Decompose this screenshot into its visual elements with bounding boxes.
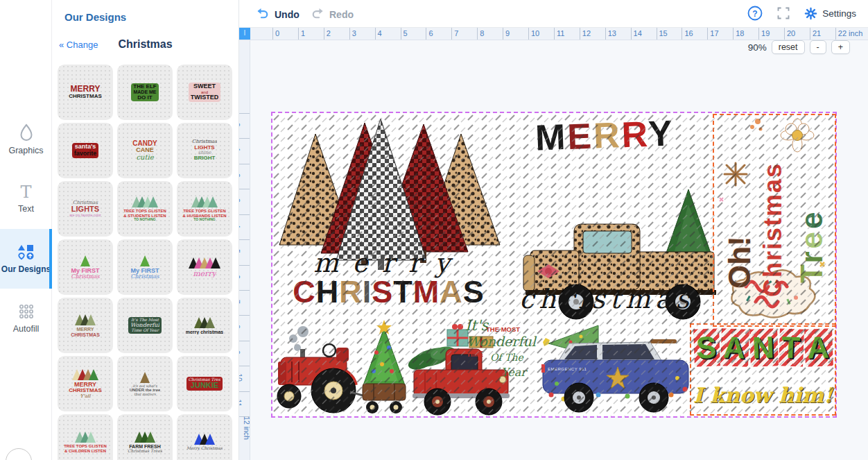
- tree-shape: [146, 432, 155, 443]
- letter-glyph: H: [316, 274, 340, 309]
- thumbnail-trees-art: [77, 313, 94, 325]
- design-plaid-trees-merry-christmas[interactable]: merry CHRISTMAS: [272, 113, 505, 321]
- letter-glyph: T: [393, 274, 413, 309]
- fullscreen-button[interactable]: [776, 6, 790, 20]
- thumbnail-text-line: FARM FRESH: [128, 444, 162, 449]
- zoom-reset-button[interactable]: reset: [772, 40, 805, 54]
- design-thumbnail-tree-tops-glisten-and-students-listen[interactable]: TREE TOPS GLISTEN& STUDENTS LISTENTO NOT…: [117, 181, 173, 237]
- ruler-tick: 7: [239, 290, 250, 318]
- canvas-area[interactable]: 0123456789101112 inch 90% reset - +: [239, 40, 868, 460]
- design-oh-christmas-tree[interactable]: Oh! Christmas Tree: [714, 115, 835, 325]
- design-merry-leopard-truck[interactable]: MERRY christmas: [496, 114, 716, 320]
- thumbnail-text-line: MERRY: [69, 382, 102, 389]
- design-red-truck-wonderful-time[interactable]: It's THE MOST Wonderful TIME Of The Year: [414, 318, 541, 416]
- thumbnail-text-line: BRIGHT: [192, 155, 217, 161]
- design-thumbnail-my-first-christmas-blue[interactable]: My FIRSTChristmas: [117, 239, 173, 295]
- tree-shape: [208, 196, 218, 207]
- letter-glyph: R: [339, 274, 363, 309]
- design-thumbnail-merry-christmas-lights-trees[interactable]: MERRYCHRISTMAS: [58, 298, 113, 353]
- design-thumbnail-merry-christmas-yall[interactable]: MERRYCHRISTMASY'all: [58, 356, 113, 411]
- tree-shape: [140, 255, 150, 266]
- redo-button[interactable]: Redo: [311, 6, 354, 23]
- design-santa-i-know-him[interactable]: SANTA I know him!: [691, 325, 835, 414]
- thumbnail-text-line: SWEET: [191, 83, 219, 90]
- design-thumbnail-grid: MERRYCHRISTMAS THE ELFMADE MEDO IT SWEET…: [58, 65, 236, 460]
- design-thumbnail-christmas-lights-are-my-favorite-color[interactable]: ChristmasLIGHTSare my favorite color: [58, 181, 113, 237]
- design-thumbnail-merry-christmas-camo-trees[interactable]: merry christmas: [177, 298, 232, 353]
- i-know-him-text: I know him!: [691, 383, 835, 407]
- tree-shape: [205, 434, 215, 445]
- undo-label: Undo: [275, 9, 300, 20]
- sidebar-item-our-designs[interactable]: Our Designs: [0, 229, 52, 289]
- ruler-tick: 11: [554, 28, 564, 40]
- thumbnail-text-line: Christmas: [192, 139, 217, 144]
- letter-glyph: T: [779, 328, 804, 366]
- ruler-tick: 22 inch: [835, 28, 862, 40]
- svg-text:?: ?: [753, 9, 758, 19]
- design-blue-police-car[interactable]: EMERGENCY 911: [541, 321, 691, 415]
- letter-glyph: E: [566, 116, 594, 157]
- thumbnail-text-line: TREE TOPS GLISTEN: [123, 209, 166, 213]
- ruler-vertical: 0123456789101112 inch: [239, 40, 250, 460]
- gang-sheet[interactable]: merry CHRISTMAS MERRY christmas Oh! Chri…: [272, 113, 835, 416]
- design-thumbnail-christmas-tree-junkie[interactable]: Christmas TreeJUNKIE: [177, 356, 232, 411]
- design-thumbnail-farm-fresh-christmas-trees[interactable]: FARM FRESHChristmas Trees: [117, 414, 173, 460]
- thumbnail-text-line: shine: [192, 151, 217, 155]
- ruler-tick: 8: [239, 315, 250, 343]
- thumbnail-text-line: CHRISTMAS: [69, 388, 102, 393]
- design-thumbnail-tree-tops-glisten-and-children-listen[interactable]: TREE TOPS GLISTEN& CHILDREN LISTEN: [58, 414, 113, 460]
- ruler-tick: 12: [580, 28, 591, 40]
- ruler-origin-indicator: I: [239, 28, 250, 40]
- letter-glyph: A: [720, 328, 749, 366]
- letter-glyph: R: [593, 114, 623, 155]
- sidebar-item-text[interactable]: T Text: [0, 169, 52, 229]
- thumbnail-text-art: Christmas TreeJUNKIE: [186, 377, 223, 391]
- category-title: Christmas: [52, 38, 238, 51]
- thumbnail-text-line: My FIRST: [130, 268, 159, 275]
- redo-icon: [311, 6, 324, 23]
- thumbnail-trees-art: [134, 195, 156, 207]
- design-thumbnail-tree-tops-glisten-and-husbands-listen[interactable]: TREE TOPS GLISTEN& HUSBANDS LISTENTO NOT…: [177, 181, 232, 237]
- design-thumbnail-its-not-whats-under-the-tree[interactable]: it's not what'sUNDER the treethat matter…: [117, 356, 173, 411]
- droplet-icon: [18, 123, 35, 142]
- ruler-tick: 16: [682, 28, 693, 40]
- design-thumbnail-its-the-most-wonderful-time-frame[interactable]: It's The MostWonderfulTime Of Year: [117, 298, 173, 353]
- designs-panel: Our Designs « Change Christmas MERRYCHRI…: [52, 0, 239, 460]
- design-thumbnail-the-elf-made-me-do-it[interactable]: THE ELFMADE MEDO IT: [117, 65, 173, 120]
- thumbnail-text-art: THE ELFMADE MEDO IT: [131, 83, 158, 101]
- thumbnail-text-art: TREE TOPS GLISTEN& HUSBANDS LISTENTO NOT…: [180, 208, 228, 222]
- zoom-out-button[interactable]: -: [810, 40, 826, 54]
- thumbnail-text-art: TREE TOPS GLISTEN& CHILDREN LISTEN: [62, 443, 109, 454]
- help-button[interactable]: ?: [747, 6, 763, 21]
- design-thumbnail-christmas-lights-shine-bright[interactable]: ChristmasLIGHTSshineBRIGHT: [177, 123, 232, 178]
- design-thumbnail-my-first-christmas-pink[interactable]: My FIRSTChristmas: [58, 239, 113, 295]
- sidebar-item-autofill[interactable]: Autofill: [0, 289, 52, 348]
- settings-button[interactable]: Settings: [804, 7, 856, 20]
- sidebar-item-label: Graphics: [8, 146, 43, 155]
- thumbnail-text-line: merry christmas: [186, 330, 223, 334]
- thumbnail-text-art: MERRYCHRISTMAS: [67, 84, 104, 100]
- thumbnail-text-art: It's The MostWonderfulTime Of Year: [128, 317, 162, 333]
- christmas-script-text: christmas: [503, 284, 711, 314]
- design-thumbnail-sweet-and-twisted[interactable]: SWEETandTWISTED: [177, 65, 232, 120]
- letter-glyph: S: [372, 274, 393, 309]
- ruler-tick: 20: [784, 28, 795, 40]
- design-thumbnail-merry-christmas-leopard-plaid[interactable]: MERRYCHRISTMAS: [58, 65, 113, 120]
- design-thumbnail-candy-cane-cutie[interactable]: CANDYCANEcutie: [117, 123, 173, 178]
- sidebar-item-graphics[interactable]: Graphics: [0, 110, 52, 169]
- letter-glyph: R: [621, 114, 650, 155]
- design-thumbnail-santas-favorite[interactable]: santa'sfavorite: [58, 123, 113, 178]
- design-thumbnail-merry-leopard-pink-trees[interactable]: merry: [177, 239, 232, 295]
- zoom-in-button[interactable]: +: [831, 40, 850, 54]
- design-thumbnail-blue-plaid-merry-christmas-trees[interactable]: Merry Christmas: [177, 414, 232, 460]
- sidebar-item-label: Our Designs: [1, 264, 51, 274]
- thumbnail-text-line: DO IT: [133, 95, 156, 101]
- ruler-tick: 10: [239, 366, 250, 393]
- thumbnail-text-line: Y'all: [69, 394, 102, 399]
- thumbnail-text-art: CANDYCANEcutie: [130, 139, 159, 162]
- gear-icon: [804, 7, 817, 20]
- design-tractor-and-tree[interactable]: [275, 321, 407, 415]
- letter-glyph: A: [804, 328, 833, 366]
- thumbnail-text-art: TREE TOPS GLISTEN& STUDENTS LISTENTO NOT…: [121, 208, 168, 222]
- undo-button[interactable]: Undo: [256, 6, 300, 23]
